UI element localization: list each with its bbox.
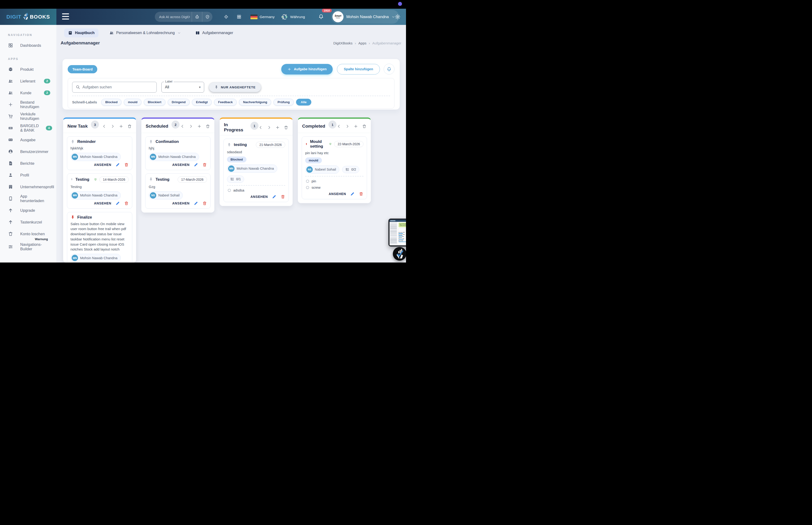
sidebar-item-bargeld-bank[interactable]: BARGELD & BANK4 [0,122,56,134]
move-column-right-button[interactable] [110,124,115,129]
view-task-button[interactable]: ANSEHEN [94,163,111,167]
delete-task-button[interactable] [124,201,129,206]
move-column-left-button[interactable] [180,124,185,129]
tab-hauptbuch[interactable]: Hauptbuch [64,28,98,38]
edit-task-button[interactable] [272,194,277,199]
add-task-button[interactable]: Aufgabe hinzufügen [281,64,333,75]
menu-toggle-button[interactable] [62,13,69,19]
user-menu[interactable]: Smart Fashion Mohsin Nawab Chandna [331,10,399,24]
sidebar-item-produkt[interactable]: Produkt [0,63,56,75]
settings-gear-icon[interactable] [395,14,401,20]
ai-verify-icon[interactable] [202,12,212,22]
sidebar-item-app-herunterladen[interactable]: App herunterladen [0,193,56,205]
tab-personalwesen-lohnabrechnung[interactable]: Personalwesen & Lohnabrechnung [106,28,184,38]
edit-task-button[interactable] [194,162,198,167]
delete-task-button[interactable] [359,192,364,196]
edit-task-button[interactable] [116,162,120,167]
tab-aufgabenmanager[interactable]: Aufgabenmanager [191,28,237,38]
sidebar-item-unternehmensprofil[interactable]: Unternehmensprofil [0,181,56,193]
cart-icon [8,114,13,119]
task-title: Mould setting [310,139,324,149]
quick-label-erledigt[interactable]: Erledigt [192,99,212,106]
column-delete-button[interactable] [362,124,367,129]
sidebar-item-lieferant[interactable]: Lieferant2 [0,75,56,87]
edit-task-button[interactable] [350,192,355,196]
view-task-button[interactable]: ANSEHEN [329,192,346,196]
apps-grid-icon[interactable] [236,14,242,19]
move-column-right-button[interactable] [189,124,193,129]
edit-task-button[interactable] [116,201,120,206]
delete-task-button[interactable] [280,194,285,199]
add-column-button[interactable]: Spalte hinzufügen [337,64,380,75]
move-column-left-button[interactable] [258,125,263,130]
board-reminders-button[interactable] [384,64,395,75]
pinned-only-toggle[interactable]: NUR ANGEHEFTETE [209,82,261,92]
task-card[interactable]: FinalizeSales issue button On mobile vie… [67,212,132,263]
sidebar-item-bestand-hinzuf-gen[interactable]: Bestand hinzufügen [0,99,56,110]
task-card[interactable]: ConfimationhjhjMNMohsin Nawab ChandnaANS… [145,136,211,170]
column-add-task-button[interactable] [119,124,123,129]
delete-task-button[interactable] [124,162,129,167]
checklist-item[interactable]: screw [305,185,364,190]
currency-selector[interactable]: $€ Währung [281,9,305,25]
column-delete-button[interactable] [127,124,132,129]
column-add-task-button[interactable] [275,125,280,130]
delete-task-button[interactable] [202,162,207,167]
column-add-task-button[interactable] [197,124,202,129]
brand-logo[interactable]: DIGIT BOOKS [0,9,56,25]
sidebar-item-berichte[interactable]: Berichte [0,158,56,169]
view-task-button[interactable]: ANSEHEN [172,201,189,205]
sidebar-item-benutzerzimmer[interactable]: Benutzerzimmer [0,146,56,158]
sidebar-item-tastenkurzel[interactable]: Tastenkurzel [0,216,56,228]
checklist-item[interactable]: adsdsa [227,188,285,193]
move-column-right-button[interactable] [345,124,350,129]
sidebar-item-navigations-builder[interactable]: Navigations-Builder [0,241,56,253]
task-card[interactable]: Testing14-March-2026TestingMNMohsin Nawa… [67,174,132,209]
column-delete-button[interactable] [205,124,210,129]
checklist-item[interactable]: pin [305,179,364,184]
task-card[interactable]: Mould setting22-March-2026pin lani hay e… [302,136,367,199]
task-card[interactable]: ReminderhjkkhhjkMNMohsin Nawab ChandnaAN… [67,136,132,170]
label-filter-select[interactable]: Label All ▼ [162,82,204,93]
quick-label-blocked[interactable]: Blocked [101,99,122,106]
sidebar-item-kunde[interactable]: Kunde2 [0,87,56,99]
view-task-button[interactable]: ANSEHEN [94,201,111,205]
task-card[interactable]: testing21-March-2026sdasdasdBlockedMNMoh… [224,139,289,202]
task-card[interactable]: Testing17-March-2026GzgNSNabeel SohailAN… [145,174,211,209]
quick-label-prüfung[interactable]: Prüfung [274,99,294,106]
edit-task-button[interactable] [194,201,198,206]
ai-assistant-icon[interactable] [192,12,202,22]
notifications-bell-icon[interactable] [318,14,324,19]
sidebar-item-ausgabe[interactable]: $Ausgabe [0,134,56,146]
quick-label-mould[interactable]: mould [124,99,141,106]
move-column-left-button[interactable] [337,124,341,129]
quick-label-blockiert[interactable]: Blockiert [144,99,165,106]
delete-task-button[interactable] [202,201,207,206]
card-title-row: Testing17-March-2026 [149,177,207,183]
column-add-task-button[interactable] [354,124,358,129]
sidebar-item-profil[interactable]: Profil [0,169,56,181]
preview-month-label: March 2026 [398,240,406,241]
view-task-button[interactable]: ANSEHEN [172,163,189,167]
unchecked-radio-icon[interactable] [227,189,231,192]
column-delete-button[interactable] [284,125,288,130]
unchecked-radio-icon[interactable] [306,179,309,183]
team-board-badge: Team-Board [68,65,97,73]
task-search-input[interactable] [82,85,153,89]
unchecked-radio-icon[interactable] [306,186,309,190]
breadcrumb-item[interactable]: Apps [358,41,366,45]
view-task-button[interactable]: ANSEHEN [250,195,268,198]
quick-label-alle[interactable]: Alle [296,99,311,106]
ai-search-input[interactable] [155,15,192,19]
move-column-left-button[interactable] [102,124,106,129]
move-column-right-button[interactable] [267,125,271,130]
collapse-icon[interactable] [224,14,229,19]
sidebar-item-verk-ufe-hinzuf-gen[interactable]: Verkäufe hinzufügen [0,110,56,122]
breadcrumb-item[interactable]: DigitXBooks [333,41,353,45]
quick-label-dringend[interactable]: Dringend [168,99,189,106]
quick-label-nachverfolgung[interactable]: Nachverfolgung [239,99,271,106]
quick-label-feedback[interactable]: Feedback [214,99,236,106]
language-selector[interactable]: Germany [250,9,275,25]
sidebar-item-upgrade[interactable]: Upgrade [0,205,56,216]
sidebar-item-dashboards[interactable]: Dashboards [0,40,56,51]
